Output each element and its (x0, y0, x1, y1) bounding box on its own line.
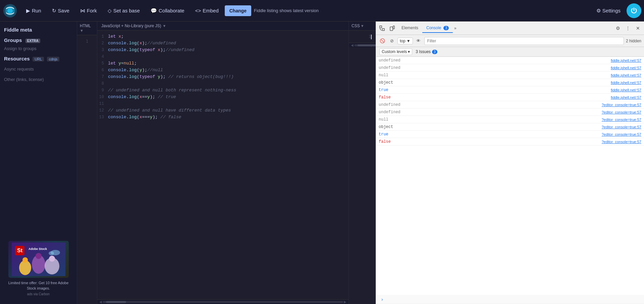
console-source-link[interactable]: ?editor_console=true:57 (602, 140, 641, 144)
groups-badge: EXTRA (25, 39, 40, 43)
svg-rect-20 (393, 26, 394, 29)
code-line: 7console.log(typeof y); // returns objec… (97, 74, 348, 80)
main-layout: Fiddle meta Groups EXTRA Assign to group… (0, 21, 644, 304)
custom-levels-select[interactable]: Custom levels ▾ (379, 48, 412, 55)
devtools-gear-button[interactable]: ⚙ (613, 24, 623, 33)
collaborate-icon: 💬 (151, 8, 157, 14)
js-scroll-thumb[interactable] (106, 301, 126, 303)
ad-text: Limited time offer: Get 10 free Adobe St… (4, 280, 73, 291)
html-tab-header[interactable]: HTML ▼ (77, 21, 97, 35)
devtools-tab-elements[interactable]: Elements (397, 24, 422, 33)
fork-icon: ⋈ (80, 8, 85, 14)
css-scroll-track[interactable] (354, 44, 370, 46)
html-line-numbers: 1 (77, 35, 97, 47)
devtools-more-tabs[interactable]: » (453, 24, 458, 33)
fiddle-meta-title: Fiddle meta (4, 27, 73, 33)
console-source-link[interactable]: fiddle.jshell.net/:57 (611, 66, 641, 70)
js-horizontal-scrollbar[interactable]: ◀ ▶ (97, 299, 348, 304)
save-icon: ↻ (52, 8, 56, 14)
change-button[interactable]: Change (225, 5, 251, 16)
collaborate-button[interactable]: 💬 Collaborate (146, 5, 189, 16)
run-label: Run (32, 8, 41, 13)
console-expand-row[interactable]: › (376, 295, 644, 304)
settings-button[interactable]: ⚙ Settings (592, 5, 625, 16)
devtools-eye-button[interactable]: 👁 (415, 37, 422, 45)
setasbase-icon: ◇ (108, 8, 112, 14)
collaborate-label: Collaborate (159, 8, 184, 13)
css-tab-header[interactable]: CSS ▼ (349, 21, 376, 31)
svg-rect-19 (390, 27, 393, 31)
set-as-base-button[interactable]: ◇ Set as base (103, 5, 145, 16)
async-requests-label[interactable]: Async requests (4, 66, 73, 72)
groups-row: Groups EXTRA (4, 37, 73, 43)
console-source-link[interactable]: fiddle.jshell.net/:57 (611, 73, 641, 77)
save-button[interactable]: ↻ Save (47, 5, 74, 16)
assign-groups-link[interactable]: Assign to groups (4, 45, 73, 52)
resources-cdnjs-tag[interactable]: cdnjs (47, 57, 60, 61)
html-tab-label: HTML (80, 24, 91, 28)
devtools-filter-button[interactable]: ⊘ (388, 37, 395, 45)
resources-url-tag[interactable]: URL (33, 57, 44, 61)
console-source-link[interactable]: fiddle.jshell.net/:57 (611, 95, 641, 99)
resources-group: Resources URL cdnjs (4, 56, 73, 62)
svg-point-12 (36, 253, 42, 259)
fiddle-meta-group: Fiddle meta (4, 27, 73, 33)
groups-group: Groups EXTRA Assign to groups (4, 37, 73, 52)
run-power-button[interactable] (627, 3, 641, 18)
ad-image[interactable]: St Adobe Stock (8, 241, 69, 278)
resources-label: Resources (4, 56, 30, 61)
inspect-element-button[interactable] (377, 24, 387, 33)
console-source-link[interactable]: ?editor_console=true:57 (602, 118, 641, 122)
svg-point-13 (49, 256, 55, 262)
scroll-left-arrow[interactable]: ◀ (99, 300, 103, 304)
groups-label: Groups (4, 37, 22, 43)
svg-line-18 (380, 29, 382, 31)
js-scroll-track[interactable] (103, 301, 343, 303)
console-badge: 3 (443, 26, 449, 30)
console-source-link[interactable]: fiddle.jshell.net/:57 (611, 81, 641, 85)
console-source-link[interactable]: fiddle.jshell.net/:57 (611, 58, 641, 62)
css-scroll-left-arrow[interactable]: ◀ (350, 43, 354, 47)
console-value: true (379, 132, 599, 137)
console-row: false?editor_console=true:57 (376, 138, 644, 145)
console-row: falsefiddle.jshell.net/:57 (376, 94, 644, 101)
devtools-close-button[interactable]: ✕ (633, 24, 643, 33)
setasbase-label: Set as base (113, 8, 140, 13)
console-value: object (379, 80, 608, 85)
code-line: 8 (97, 80, 348, 87)
ad-section: St Adobe Stock Limited time offer: Get 1… (4, 238, 73, 299)
js-code-editor[interactable]: 1let x;2console.log(x);//undefined3conso… (97, 31, 348, 299)
css-content[interactable]: 1 (349, 31, 376, 43)
devtools-top-select[interactable]: top ▼ (397, 38, 413, 44)
console-source-link[interactable]: ?editor_console=true:57 (602, 125, 641, 129)
devtools-dots-button[interactable]: ⋮ (623, 24, 633, 33)
issues-badge[interactable]: 3 Issues 3 (416, 49, 437, 54)
other-label[interactable]: Other (links, license) (4, 76, 73, 83)
js-tab-header[interactable]: JavaScript + No-Library (pure JS) ▼ (97, 21, 348, 31)
devtools-filter-input[interactable] (424, 37, 624, 45)
devtools-tab-console[interactable]: Console 3 (422, 24, 453, 33)
devtools-clear-button[interactable]: 🚫 (379, 37, 386, 45)
expand-icon[interactable]: › (379, 296, 386, 303)
console-value: null (379, 73, 608, 78)
console-value: null (379, 117, 599, 122)
console-source-link[interactable]: ?editor_console=true:57 (602, 103, 641, 107)
console-source-link[interactable]: fiddle.jshell.net/:57 (611, 88, 641, 92)
embed-button[interactable]: <> Embed (191, 5, 223, 16)
css-scroll-thumb[interactable] (358, 44, 376, 46)
run-button[interactable]: ▶ Run (21, 5, 46, 16)
console-row: nullfiddle.jshell.net/:57 (376, 72, 644, 79)
device-toggle-button[interactable] (387, 24, 397, 33)
ad-via: ads via Carbon (4, 292, 73, 296)
code-line: 12// undefined and null have different d… (97, 107, 348, 114)
scroll-right-arrow[interactable]: ▶ (343, 300, 347, 304)
console-value: object (379, 125, 599, 129)
fork-button[interactable]: ⋈ Fork (75, 5, 102, 16)
console-source-link[interactable]: ?editor_console=true:57 (602, 132, 641, 136)
css-horizontal-scrollbar[interactable]: ◀ ▶ (349, 43, 376, 47)
console-source-link[interactable]: ?editor_console=true:57 (602, 110, 641, 114)
console-row: objectfiddle.jshell.net/:57 (376, 79, 644, 86)
fork-label: Fork (87, 8, 97, 13)
console-value: undefined (379, 66, 608, 70)
console-value: true (379, 88, 608, 92)
